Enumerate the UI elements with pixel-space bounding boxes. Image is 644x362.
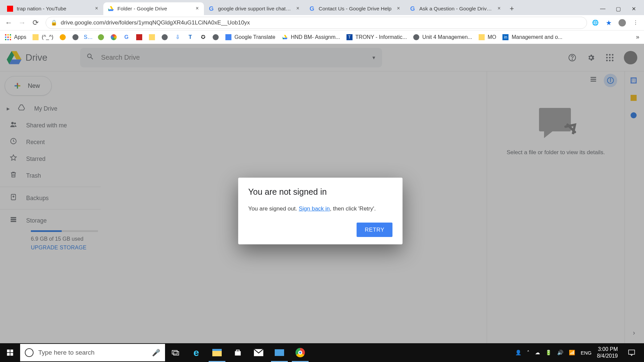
taskbar-edge[interactable]: e <box>186 343 207 362</box>
tab-label: trap nation - YouTube <box>17 6 91 12</box>
taskbar-explorer[interactable] <box>207 343 227 362</box>
tab-youtube[interactable]: trap nation - YouTube × <box>3 2 103 15</box>
tab-search[interactable]: G google drive support live chat - G × <box>204 2 305 15</box>
address-bar: ← → ⟳ 🔒 drive.google.com/drive/folders/1… <box>0 15 644 31</box>
forward-button[interactable]: → <box>17 17 28 28</box>
svg-rect-10 <box>5 39 6 40</box>
bookmark-item[interactable]: T <box>187 34 194 41</box>
bookmark-trony[interactable]: TTRONY - Informatic... <box>346 34 407 41</box>
cortana-icon <box>25 348 34 357</box>
action-center-icon[interactable] <box>625 346 638 359</box>
svg-rect-11 <box>7 39 9 40</box>
youtube-icon <box>7 5 13 12</box>
bookmark-label: Google Translate <box>234 34 275 40</box>
bookmark-item[interactable]: ✪ <box>200 34 206 41</box>
maximize-button[interactable]: ▢ <box>615 6 621 12</box>
taskbar-store[interactable] <box>227 343 248 362</box>
drive-icon <box>107 5 114 12</box>
bookmark-label: HND BM- Assignm... <box>291 34 340 40</box>
windows-search-placeholder: Type here to search <box>38 349 95 356</box>
close-icon[interactable]: × <box>295 6 301 11</box>
svg-marker-14 <box>284 35 287 38</box>
bookmark-item[interactable] <box>212 34 219 41</box>
svg-rect-49 <box>172 351 177 354</box>
taskbar-chrome[interactable] <box>290 343 311 362</box>
google-icon: G <box>409 5 416 12</box>
svg-rect-48 <box>10 353 13 356</box>
tray-battery-icon[interactable]: 🔋 <box>545 350 552 356</box>
bookmark-item[interactable] <box>110 34 117 41</box>
mic-icon[interactable]: 🎤 <box>152 349 160 357</box>
svg-rect-46 <box>10 350 13 352</box>
bookmark-apps[interactable]: Apps <box>5 34 26 41</box>
bookmark-label: Management and o... <box>512 34 562 40</box>
tab-label: Ask a Question - Google Drive He <box>419 6 493 12</box>
retry-button[interactable]: RETRY <box>357 223 392 237</box>
svg-rect-4 <box>5 34 6 36</box>
bookmark-unit4[interactable]: Unit 4 Managemen... <box>413 34 472 41</box>
tray-wifi-icon[interactable]: 📶 <box>569 350 575 356</box>
tray-language[interactable]: ENG <box>581 350 592 356</box>
bookmark-linkedin[interactable]: inManagement and o... <box>502 34 562 41</box>
start-button[interactable] <box>0 343 20 362</box>
bookmark-item[interactable] <box>98 34 104 41</box>
tray-people-icon[interactable]: 👤 <box>515 350 522 356</box>
chrome-menu-icon[interactable]: ⋮ <box>632 19 639 26</box>
bookmark-item[interactable]: S… <box>85 34 92 41</box>
bookmark-item[interactable] <box>161 34 168 41</box>
svg-rect-50 <box>174 352 179 355</box>
task-view-icon[interactable] <box>165 343 186 362</box>
new-tab-button[interactable]: + <box>506 2 518 15</box>
close-icon[interactable]: × <box>396 6 401 11</box>
tab-ask[interactable]: G Ask a Question - Google Drive He × <box>405 2 506 15</box>
apps-grid-icon <box>5 34 11 41</box>
bookmark-item[interactable]: ⇩ <box>174 34 181 41</box>
bookmark-label: Unit 4 Managemen... <box>422 34 472 40</box>
svg-rect-47 <box>7 353 10 356</box>
profile-avatar[interactable] <box>619 19 626 26</box>
close-icon[interactable]: × <box>496 6 502 11</box>
translate-icon[interactable]: 🌐 <box>592 19 599 26</box>
tray-volume-icon[interactable]: 🔊 <box>557 350 564 356</box>
tray-chevron-icon[interactable]: ˄ <box>527 350 530 356</box>
svg-rect-9 <box>10 37 11 38</box>
omnibox[interactable]: 🔒 drive.google.com/drive/folders/1ymqNQG… <box>46 17 587 29</box>
bookmark-item[interactable] <box>149 34 155 41</box>
bookmark-label: TRONY - Informatic... <box>356 34 407 40</box>
reload-button[interactable]: ⟳ <box>30 17 41 28</box>
bookmark-item[interactable]: G <box>123 34 130 41</box>
bookmark-item[interactable] <box>136 34 143 41</box>
google-icon: G <box>208 5 215 12</box>
lock-icon: 🔒 <box>51 19 57 26</box>
tab-contact[interactable]: G Contact Us - Google Drive Help × <box>305 2 405 15</box>
bookmark-item[interactable]: (^_^) <box>32 34 53 41</box>
drive-icon <box>281 34 288 41</box>
bookmark-item[interactable] <box>72 34 79 41</box>
browser-tabstrip: trap nation - YouTube × Folder - Google … <box>0 0 644 15</box>
sign-back-in-link[interactable]: Sign back in <box>299 205 330 212</box>
tab-drive[interactable]: Folder - Google Drive × <box>103 2 204 15</box>
bookmarks-bar: Apps (^_^) S… G ⇩ T ✪ Google Translate H… <box>0 31 644 44</box>
bookmark-star-icon[interactable]: ★ <box>605 19 612 26</box>
svg-rect-8 <box>7 37 9 38</box>
tab-label: google drive support live chat - G <box>218 6 292 12</box>
bookmark-hnd[interactable]: HND BM- Assignm... <box>281 34 340 41</box>
bookmark-translate[interactable]: Google Translate <box>225 34 275 41</box>
bookmark-item[interactable] <box>59 34 66 41</box>
tray-onedrive-icon[interactable]: ☁ <box>535 350 540 356</box>
close-icon[interactable]: × <box>94 6 99 11</box>
tab-label: Folder - Google Drive <box>117 6 191 12</box>
taskbar-app[interactable] <box>269 343 290 362</box>
back-button[interactable]: ← <box>3 17 14 28</box>
svg-marker-3 <box>108 9 114 11</box>
bookmark-mo[interactable]: MO <box>478 34 496 41</box>
close-icon[interactable]: × <box>195 6 200 11</box>
tray-clock[interactable]: 3:00 PM 8/4/2019 <box>597 346 618 359</box>
minimize-button[interactable]: — <box>600 6 606 12</box>
url-text: drive.google.com/drive/folders/1ymqNQGld… <box>61 19 250 26</box>
taskbar-mail[interactable] <box>248 343 269 362</box>
windows-search[interactable]: Type here to search 🎤 <box>20 344 165 361</box>
signin-modal: You are not signed in You are signed out… <box>238 178 402 245</box>
bookmarks-overflow-icon[interactable]: » <box>636 34 639 41</box>
close-window-button[interactable]: ✕ <box>631 6 637 12</box>
